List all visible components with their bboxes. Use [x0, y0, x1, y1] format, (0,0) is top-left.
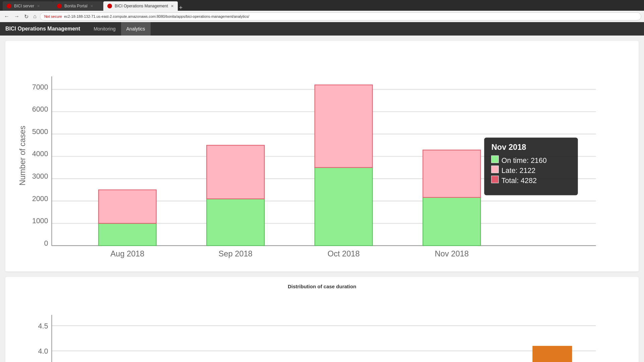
- main-content: Number of cases 0 1000 2000 3000 4000 50…: [0, 36, 644, 362]
- x-axis-label-months: Months: [309, 262, 335, 264]
- tab-bonita-portal[interactable]: Bonita Portal ✕: [53, 1, 103, 11]
- svg-text:4.0: 4.0: [38, 347, 48, 355]
- svg-text:7000: 7000: [32, 83, 48, 91]
- bar-p100: [532, 346, 572, 362]
- svg-text:4.5: 4.5: [38, 322, 48, 330]
- nav-monitoring[interactable]: Monitoring: [88, 22, 121, 36]
- svg-text:5000: 5000: [32, 128, 48, 136]
- refresh-button[interactable]: ↻: [23, 13, 30, 20]
- chart2-title: Distribution of case duration: [12, 284, 632, 289]
- chart-case-duration: Distribution of case duration Duration (…: [5, 277, 639, 362]
- tab-close-bici[interactable]: ✕: [37, 4, 40, 8]
- svg-text:4000: 4000: [32, 150, 48, 158]
- tab-label-bici-ops: BICI Operations Management: [115, 4, 168, 8]
- tab-label-bici-server: BICI server: [14, 4, 34, 8]
- bar-aug-late: [99, 190, 156, 223]
- x-label-aug: Aug 2018: [110, 249, 144, 258]
- chart-cases-by-month: Number of cases 0 1000 2000 3000 4000 50…: [5, 41, 639, 272]
- home-button[interactable]: ⌂: [32, 13, 38, 20]
- address-bar[interactable]: Not secure ec2-18-188-132-71.us-east-2.c…: [40, 12, 641, 20]
- svg-text:Late: 2122: Late: 2122: [501, 167, 535, 175]
- svg-text:Total: 4282: Total: 4282: [501, 177, 537, 185]
- svg-rect-20: [491, 156, 498, 163]
- address-bar-row: ← → ↻ ⌂ Not secure ec2-18-188-132-71.us-…: [0, 11, 644, 22]
- new-tab-button[interactable]: +: [179, 5, 183, 11]
- svg-text:On time: 2160: On time: 2160: [501, 157, 547, 165]
- svg-text:2000: 2000: [32, 195, 48, 203]
- svg-rect-24: [491, 176, 498, 183]
- bar-sep-late: [207, 145, 264, 199]
- y-axis-label-cases: Number of cases: [18, 126, 27, 186]
- tab-close-bici-ops[interactable]: ✕: [171, 4, 174, 8]
- tab-favicon-bici-ops: [107, 4, 112, 8]
- svg-text:Nov 2018: Nov 2018: [491, 143, 526, 152]
- cases-chart-svg: Number of cases 0 1000 2000 3000 4000 50…: [12, 48, 632, 264]
- tooltip-nov: Nov 2018 On time: 2160 Late: 2122 Total:…: [484, 138, 578, 195]
- app-title: BICI Operations Management: [5, 26, 80, 32]
- tab-bici-ops[interactable]: BICI Operations Management ✕: [103, 1, 178, 11]
- bar-nov-late: [423, 150, 481, 197]
- tab-close-bonita[interactable]: ✕: [90, 4, 93, 8]
- svg-text:3000: 3000: [32, 172, 48, 180]
- app-nav: BICI Operations Management Monitoring An…: [0, 22, 644, 36]
- bar-sep-on-time: [207, 199, 264, 246]
- forward-button[interactable]: →: [13, 13, 21, 20]
- bar-nov-on-time: [423, 197, 481, 246]
- svg-text:1000: 1000: [32, 217, 48, 225]
- svg-rect-22: [491, 166, 498, 173]
- tab-favicon-bici: [7, 4, 11, 8]
- duration-chart-svg: Duration (days) 1.0 1.5 2.0 2.5 3.0 3.5 …: [12, 293, 632, 362]
- back-button[interactable]: ←: [3, 13, 11, 20]
- nav-analytics[interactable]: Analytics: [121, 22, 151, 36]
- bar-aug-on-time: [99, 223, 156, 246]
- tab-favicon-bonita: [57, 4, 62, 8]
- x-label-nov: Nov 2018: [435, 249, 469, 258]
- tab-bici-server[interactable]: BICI server ✕: [3, 1, 53, 11]
- bar-oct-late: [315, 85, 373, 167]
- tab-label-bonita-portal: Bonita Portal: [64, 4, 88, 8]
- x-label-sep: Sep 2018: [219, 249, 253, 258]
- x-label-oct: Oct 2018: [328, 249, 360, 258]
- browser-tab-bar: BICI server ✕ Bonita Portal ✕ BICI Opera…: [0, 0, 644, 11]
- not-secure-label: Not secure: [44, 14, 62, 18]
- bar-oct-on-time: [315, 168, 373, 246]
- url-text: ec2-18-188-132-71.us-east-2.compute.amaz…: [64, 14, 249, 18]
- svg-text:6000: 6000: [32, 105, 48, 113]
- svg-text:0: 0: [44, 239, 48, 247]
